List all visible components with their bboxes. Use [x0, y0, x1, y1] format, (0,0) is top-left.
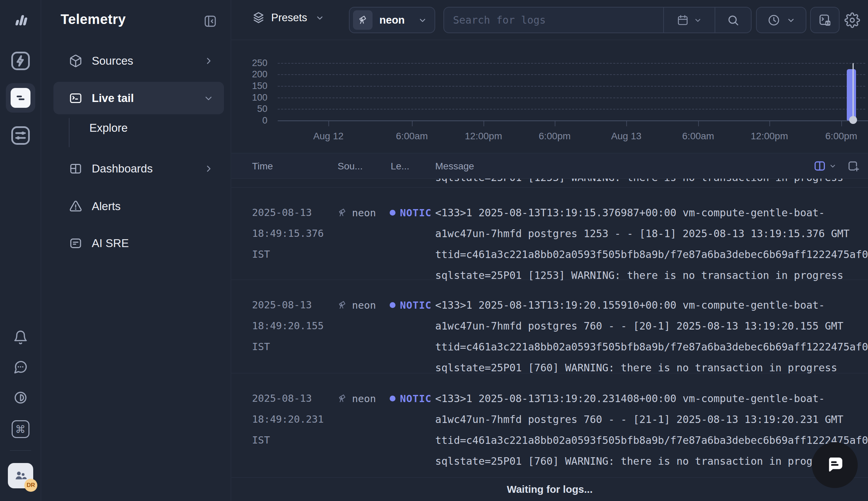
log-message: <133>1 2025-08-13T13:19:20.231408+00:00 …	[435, 388, 868, 471]
theme-toggle-icon[interactable]	[13, 390, 28, 405]
collapse-sidebar-icon[interactable]	[203, 14, 218, 29]
avatar-initials-badge[interactable]: DR	[24, 479, 37, 492]
x-tick-label: Aug 13	[595, 131, 657, 142]
gridline	[278, 109, 865, 109]
sidebar-item-label: Dashboards	[92, 162, 153, 175]
settings-gear-icon[interactable]	[844, 12, 860, 28]
log-row[interactable]: 2025-08-1318:49:20.231IST neon NOTIC <13…	[232, 373, 868, 477]
sidebar-item-explore[interactable]: Explore	[89, 121, 128, 135]
live-cursor-line	[853, 63, 854, 120]
live-cursor-dot	[849, 116, 857, 124]
log-rows[interactable]: sqlstate=25P01 [1253] WARNING: there is …	[232, 179, 868, 477]
x-tick	[769, 121, 770, 126]
chat-fab-button[interactable]	[812, 442, 858, 488]
log-message: <133>1 2025-08-13T13:19:15.376987+00:00 …	[435, 202, 868, 286]
x-tick-label: 12:00pm	[739, 131, 800, 142]
search-input-section	[444, 8, 663, 32]
alert-triangle-icon	[69, 200, 83, 213]
x-tick-label: 6:00am	[667, 131, 729, 142]
cube-icon	[69, 54, 83, 68]
column-header-source[interactable]: Sou...	[338, 161, 363, 172]
query-console-button[interactable]	[810, 7, 839, 33]
y-tick-label: 0	[232, 116, 267, 125]
logs-icon	[11, 88, 31, 108]
y-tick-label: 100	[232, 93, 267, 102]
bell-icon[interactable]	[13, 330, 28, 345]
sidebar-item-alerts[interactable]: Alerts	[53, 194, 224, 218]
sliders-icon[interactable]	[10, 125, 31, 146]
source-name: neon	[379, 14, 405, 26]
zap-icon[interactable]	[10, 50, 31, 72]
subitem-indicator-line	[69, 118, 70, 147]
log-table-header: Time Sou... Le... Message	[232, 153, 868, 179]
feedback-chat-icon[interactable]	[13, 360, 28, 375]
sidebar-item-label: AI SRE	[92, 237, 129, 250]
sidebar-item-dashboards[interactable]: Dashboards	[53, 157, 224, 181]
x-tick	[626, 121, 627, 126]
telescope-icon	[353, 10, 372, 30]
live-time-select[interactable]	[756, 7, 806, 33]
presets-button[interactable]: Presets	[252, 11, 324, 24]
x-tick-label: 6:00am	[381, 131, 443, 142]
telescope-icon	[337, 393, 348, 404]
sidebar-title: Telemetry	[61, 12, 126, 27]
sidebar-item-label: Live tail	[92, 92, 134, 105]
rail-divider	[10, 450, 31, 451]
notice-dot	[390, 302, 395, 308]
log-row[interactable]: 2025-08-1318:49:20.155IST neon NOTIC <13…	[232, 280, 868, 373]
telescope-icon	[337, 300, 348, 311]
message-square-icon	[69, 236, 83, 250]
x-tick	[412, 121, 413, 126]
add-column-icon[interactable]	[847, 159, 860, 173]
source-select[interactable]: neon	[349, 7, 435, 33]
log-message: <133>1 2025-08-13T13:19:20.155910+00:00 …	[435, 295, 868, 378]
terminal-icon	[69, 92, 83, 105]
dashboard-grid-icon	[69, 162, 83, 175]
app-logo-icon[interactable]	[11, 10, 31, 30]
gridline	[278, 86, 865, 87]
search-submit-button[interactable]	[714, 8, 751, 32]
sidebar-item-label: Sources	[92, 54, 133, 67]
x-tick	[328, 121, 329, 126]
telescope-icon	[337, 207, 348, 218]
log-source: neon	[337, 388, 376, 409]
gridline	[278, 97, 865, 98]
sidebar-item-aisre[interactable]: AI SRE	[53, 231, 224, 255]
search-input[interactable]	[453, 14, 654, 26]
log-row-clipped[interactable]: sqlstate=25P01 [1253] WARNING: there is …	[232, 179, 868, 188]
main-panel: Presets neon	[232, 0, 868, 501]
log-source: neon	[337, 202, 376, 223]
presets-label: Presets	[271, 12, 307, 24]
icon-rail: ⌘ DR	[0, 0, 41, 501]
date-range-button[interactable]	[663, 8, 714, 32]
x-tick-label: 6:00pm	[524, 131, 585, 142]
column-header-time[interactable]: Time	[252, 161, 273, 172]
chevron-down-icon	[786, 16, 795, 25]
notice-dot	[390, 210, 395, 216]
y-tick-label: 50	[232, 104, 267, 114]
sidebar-item-sources[interactable]: Sources	[53, 49, 224, 73]
chevron-right-icon	[203, 56, 214, 66]
log-row[interactable]: 2025-08-1318:49:15.376IST neon NOTIC <13…	[232, 188, 868, 280]
x-tick-label: 12:00pm	[453, 131, 514, 142]
y-tick-label: 200	[232, 70, 267, 79]
chevron-down-icon	[829, 162, 836, 170]
log-volume-chart[interactable]: 250 200 150 100 50 0 Aug 12 6:00am 12:00…	[232, 40, 868, 153]
sidebar-item-livetail[interactable]: Live tail	[53, 82, 224, 114]
log-time: 2025-08-1318:49:20.155IST	[252, 295, 336, 357]
log-line: sqlstate=25P01 [1253] WARNING: there is …	[435, 179, 843, 188]
column-header-level[interactable]: Le...	[391, 161, 409, 172]
search-icon	[727, 14, 739, 26]
rail-item-livetail-active[interactable]	[6, 83, 35, 113]
log-time: 2025-08-1318:49:15.376IST	[252, 202, 336, 265]
y-tick-label: 150	[232, 82, 267, 91]
notice-dot	[390, 396, 395, 402]
command-icon[interactable]: ⌘	[12, 420, 30, 438]
log-level: NOTIC	[390, 295, 432, 316]
sidebar: Telemetry Sources Live tail Explore Dash…	[41, 0, 231, 501]
column-header-message[interactable]: Message	[435, 161, 474, 172]
x-tick-label: Aug 12	[298, 131, 359, 142]
histogram-bar[interactable]	[847, 69, 856, 120]
columns-layout-button[interactable]	[813, 159, 836, 172]
log-time: 2025-08-1318:49:20.231IST	[252, 388, 336, 451]
